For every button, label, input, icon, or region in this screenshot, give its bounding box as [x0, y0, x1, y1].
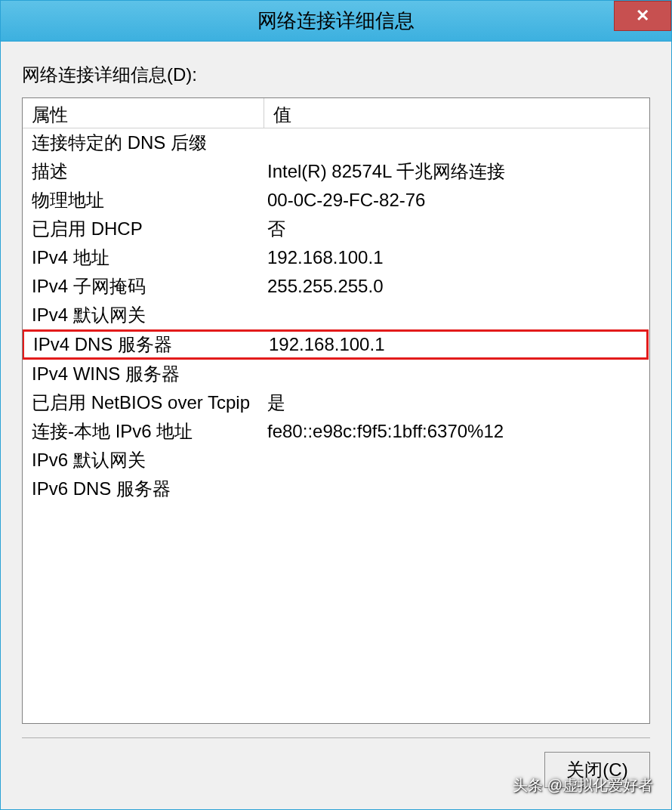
- dialog-window: 网络连接详细信息 ✕ 网络连接详细信息(D): 属性 值 连接特定的 DNS 后…: [0, 0, 672, 810]
- property-cell: IPv4 WINS 服务器: [23, 360, 264, 388]
- details-list: 属性 值 连接特定的 DNS 后缀描述Intel(R) 82574L 千兆网络连…: [22, 97, 650, 724]
- value-cell: 192.168.100.1: [264, 246, 649, 270]
- titlebar: 网络连接详细信息 ✕: [1, 1, 671, 42]
- divider: [22, 737, 650, 738]
- table-row[interactable]: IPv4 DNS 服务器192.168.100.1: [23, 329, 649, 360]
- property-cell: IPv4 默认网关: [23, 301, 264, 329]
- close-window-button[interactable]: ✕: [614, 1, 671, 31]
- table-row[interactable]: IPv4 地址192.168.100.1: [23, 243, 649, 272]
- property-cell: IPv4 DNS 服务器: [24, 331, 266, 358]
- value-cell: [264, 459, 649, 462]
- property-cell: 描述: [23, 158, 264, 185]
- header-value[interactable]: 值: [264, 98, 649, 128]
- value-cell: 是: [264, 389, 649, 416]
- table-row[interactable]: 连接-本地 IPv6 地址fe80::e98c:f9f5:1bff:6370%1…: [23, 417, 649, 446]
- close-button[interactable]: 关闭(C): [544, 752, 650, 788]
- value-cell: [264, 314, 649, 317]
- details-section-label: 网络连接详细信息(D):: [22, 63, 650, 87]
- property-cell: 连接特定的 DNS 后缀: [23, 129, 264, 156]
- value-cell: [264, 141, 649, 144]
- table-row[interactable]: IPv4 默认网关: [23, 301, 649, 329]
- property-cell: 物理地址: [23, 187, 264, 214]
- value-cell: 192.168.100.1: [266, 332, 646, 357]
- table-row[interactable]: IPv6 默认网关: [23, 446, 649, 475]
- value-cell: fe80::e98c:f9f5:1bff:6370%12: [264, 419, 649, 444]
- content-area: 网络连接详细信息(D): 属性 值 连接特定的 DNS 后缀描述Intel(R)…: [1, 42, 671, 809]
- property-cell: IPv4 地址: [23, 244, 264, 271]
- table-row[interactable]: 描述Intel(R) 82574L 千兆网络连接: [23, 157, 649, 186]
- value-cell: Intel(R) 82574L 千兆网络连接: [264, 158, 649, 185]
- rows-container: 连接特定的 DNS 后缀描述Intel(R) 82574L 千兆网络连接物理地址…: [23, 128, 649, 723]
- window-title: 网络连接详细信息: [257, 8, 415, 34]
- value-cell: [264, 373, 649, 376]
- button-row: 关闭(C): [22, 752, 650, 794]
- value-cell: 00-0C-29-FC-82-76: [264, 188, 649, 212]
- property-cell: 已启用 NetBIOS over Tcpip: [23, 389, 264, 416]
- value-cell: 否: [264, 215, 649, 243]
- value-cell: 255.255.255.0: [264, 274, 649, 298]
- column-headers: 属性 值: [23, 98, 649, 128]
- close-icon: ✕: [636, 6, 649, 26]
- table-row[interactable]: 已启用 NetBIOS over Tcpip是: [23, 388, 649, 417]
- table-row[interactable]: 物理地址00-0C-29-FC-82-76: [23, 186, 649, 215]
- table-row[interactable]: IPv4 子网掩码255.255.255.0: [23, 272, 649, 301]
- property-cell: IPv4 子网掩码: [23, 273, 264, 300]
- header-property[interactable]: 属性: [23, 98, 264, 128]
- table-row[interactable]: IPv4 WINS 服务器: [23, 360, 649, 388]
- property-cell: 已启用 DHCP: [23, 215, 264, 243]
- value-cell: [264, 487, 649, 490]
- property-cell: IPv6 DNS 服务器: [23, 475, 264, 502]
- table-row[interactable]: 已启用 DHCP否: [23, 215, 649, 243]
- property-cell: IPv6 默认网关: [23, 447, 264, 474]
- table-row[interactable]: IPv6 DNS 服务器: [23, 475, 649, 503]
- property-cell: 连接-本地 IPv6 地址: [23, 418, 264, 445]
- table-row[interactable]: 连接特定的 DNS 后缀: [23, 128, 649, 157]
